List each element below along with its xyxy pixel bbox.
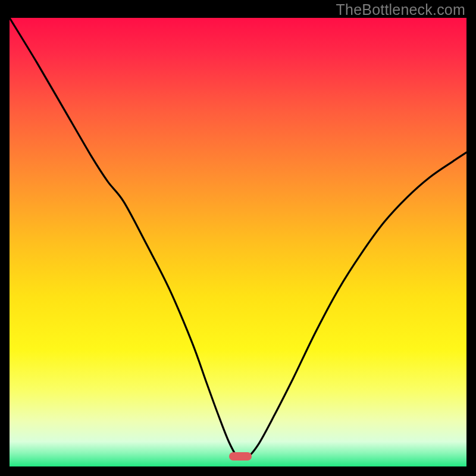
- chart-svg: [10, 18, 466, 466]
- watermark-text: TheBottleneck.com: [336, 1, 465, 18]
- optimum-marker: [229, 452, 252, 461]
- gradient-background: [10, 18, 466, 466]
- chart-frame: [10, 18, 466, 466]
